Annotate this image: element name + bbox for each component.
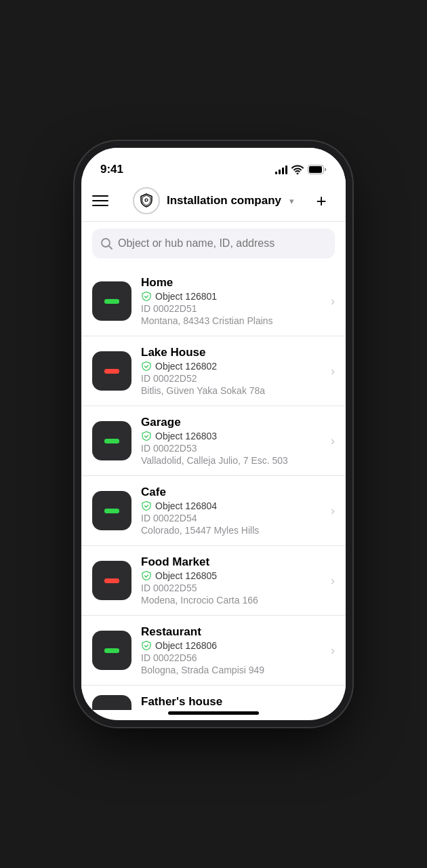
chevron-right-icon: › (331, 364, 335, 378)
item-name: Food Market (141, 555, 321, 569)
item-content: Restaurant Object 126806 ID 00022D56 Bol… (141, 625, 321, 675)
svg-point-3 (102, 239, 110, 247)
search-input[interactable] (118, 237, 327, 250)
shield-check-icon (141, 570, 152, 581)
device-led (104, 509, 119, 513)
list-item[interactable]: Home Object 126801 ID 00022D51 Montana, … (81, 267, 346, 336)
shield-check-icon (141, 361, 152, 372)
chevron-right-icon: › (331, 644, 335, 658)
shield-check-icon (141, 431, 152, 441)
device-icon (92, 491, 131, 530)
item-address: Montana, 84343 Cristian Plains (141, 315, 321, 326)
list-item[interactable]: Lake House Object 126802 ID 00022D52 Bit… (81, 336, 346, 406)
status-time: 9:41 (100, 163, 123, 176)
item-address: Modena, Incrocio Carta 166 (141, 595, 321, 606)
chevron-right-icon: › (331, 574, 335, 588)
list-item[interactable]: Food Market Object 126805 ID 00022D55 Mo… (81, 546, 346, 616)
list-item-partial[interactable]: Father's house (81, 686, 346, 710)
item-content: Cafe Object 126804 ID 00022D54 Colorado,… (141, 486, 321, 536)
list-item[interactable]: Restaurant Object 126806 ID 00022D56 Bol… (81, 616, 346, 686)
partial-item-name: Father's house (141, 695, 335, 709)
device-led (104, 369, 119, 374)
device-led (104, 299, 119, 304)
menu-line-3 (92, 205, 108, 206)
item-name: Home (141, 276, 321, 290)
battery-icon (308, 165, 327, 174)
menu-line-2 (92, 200, 108, 201)
shield-check-icon (141, 640, 152, 651)
item-id: ID 00022D53 (141, 443, 321, 454)
item-object: Object 126806 (141, 640, 321, 651)
device-icon-partial (92, 695, 131, 710)
signal-icon (275, 165, 287, 174)
item-object: Object 126801 (141, 291, 321, 302)
device-icon (92, 631, 131, 670)
chevron-right-icon: › (331, 294, 335, 309)
item-object: Object 126805 (141, 570, 321, 581)
shield-check-icon (141, 500, 152, 511)
device-led (104, 578, 119, 583)
item-name: Cafe (141, 486, 321, 499)
item-name: Garage (141, 416, 321, 429)
device-icon (92, 421, 131, 460)
item-id: ID 00022D51 (141, 303, 321, 314)
device-icon (92, 281, 131, 321)
shield-check-icon (141, 291, 152, 302)
shield-logo-icon (138, 193, 155, 209)
wifi-icon (291, 165, 304, 174)
company-selector[interactable]: Installation company ▾ (133, 187, 294, 214)
add-button[interactable]: + (308, 187, 335, 214)
svg-point-2 (145, 199, 148, 201)
menu-button[interactable] (92, 187, 119, 214)
device-icon (92, 351, 131, 391)
item-object: Object 126802 (141, 361, 321, 372)
list-item[interactable]: Garage Object 126803 ID 00022D53 Vallado… (81, 406, 346, 476)
item-object: Object 126804 (141, 500, 321, 511)
status-icons (275, 165, 327, 174)
item-content: Home Object 126801 ID 00022D51 Montana, … (141, 276, 321, 326)
partial-content: Father's house (141, 695, 335, 709)
company-logo (133, 187, 160, 214)
svg-rect-1 (309, 166, 322, 173)
device-led (104, 439, 119, 443)
search-icon (100, 237, 113, 250)
search-bar[interactable] (92, 229, 335, 258)
menu-line-1 (92, 195, 108, 197)
item-id: ID 00022D52 (141, 373, 321, 384)
item-name: Restaurant (141, 625, 321, 639)
item-name: Lake House (141, 346, 321, 359)
search-container (81, 222, 346, 267)
item-content: Lake House Object 126802 ID 00022D52 Bit… (141, 346, 321, 396)
list-item[interactable]: Cafe Object 126804 ID 00022D54 Colorado,… (81, 476, 346, 546)
item-id: ID 00022D56 (141, 652, 321, 663)
item-content: Food Market Object 126805 ID 00022D55 Mo… (141, 555, 321, 606)
chevron-down-icon: ▾ (289, 196, 294, 206)
item-address: Valladolid, Calleja Julio, 7 Esc. 503 (141, 455, 321, 466)
item-address: Bitlis, Güven Yaka Sokak 78a (141, 385, 321, 396)
svg-line-4 (109, 246, 112, 249)
item-object: Object 126803 (141, 431, 321, 441)
item-address: Bologna, Strada Campisi 949 (141, 665, 321, 675)
device-icon (92, 561, 131, 600)
item-id: ID 00022D54 (141, 513, 321, 524)
home-indicator (168, 711, 259, 715)
add-icon: + (316, 192, 326, 210)
chevron-right-icon: › (331, 504, 335, 518)
chevron-right-icon: › (331, 434, 335, 448)
device-led (104, 648, 119, 653)
items-list: Home Object 126801 ID 00022D51 Montana, … (81, 267, 346, 715)
item-address: Colorado, 15447 Myles Hills (141, 525, 321, 536)
header: Installation company ▾ + (81, 182, 346, 222)
status-bar: 9:41 (81, 148, 346, 182)
item-id: ID 00022D55 (141, 583, 321, 593)
item-content: Garage Object 126803 ID 00022D53 Vallado… (141, 416, 321, 466)
company-name: Installation company (167, 194, 281, 208)
